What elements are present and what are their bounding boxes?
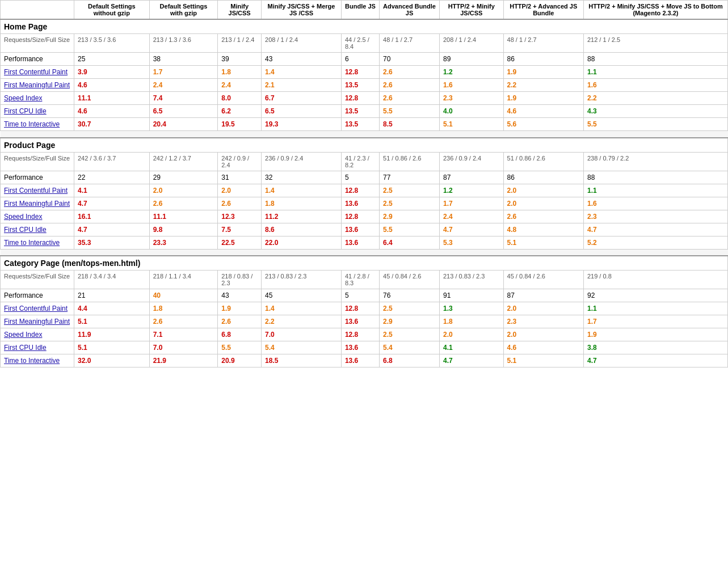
metric-value: 11.9 bbox=[74, 328, 150, 341]
metric-value: 2.6 bbox=[149, 315, 218, 328]
metric-value: 2.5 bbox=[380, 184, 440, 197]
requests-value: 212 / 1 / 2.5 bbox=[583, 34, 727, 53]
metric-label[interactable]: Time to Interactive bbox=[1, 354, 74, 367]
metric-value: 4.7 bbox=[439, 223, 503, 236]
metric-row: First CPU Idle4.66.56.26.513.55.54.04.64… bbox=[1, 105, 728, 118]
metric-label[interactable]: First CPU Idle bbox=[1, 105, 74, 118]
metric-label[interactable]: Time to Interactive bbox=[1, 118, 74, 131]
metric-row: First Meaningful Paint4.72.62.61.813.62.… bbox=[1, 197, 728, 210]
metric-value: 9.8 bbox=[149, 223, 218, 236]
metric-value: 4.6 bbox=[503, 341, 583, 354]
metric-value: 4.7 bbox=[74, 223, 150, 236]
metric-value: 2.6 bbox=[218, 197, 262, 210]
metric-value: 4.1 bbox=[74, 184, 150, 197]
metric-label[interactable]: First Contentful Paint bbox=[1, 66, 74, 79]
metric-value: 12.8 bbox=[341, 66, 379, 79]
metric-row: First Contentful Paint4.12.02.01.412.82.… bbox=[1, 184, 728, 197]
metric-value: 1.6 bbox=[583, 197, 727, 210]
metric-value: 5.2 bbox=[583, 236, 727, 249]
requests-value: 213 / 0.83 / 2.3 bbox=[439, 271, 503, 289]
metric-value: 2.0 bbox=[503, 197, 583, 210]
requests-row: Requests/Size/Full Size213 / 3.5 / 3.621… bbox=[1, 34, 728, 53]
metric-value: 1.7 bbox=[149, 66, 218, 79]
metric-label[interactable]: Speed Index bbox=[1, 92, 74, 105]
metric-label[interactable]: First CPU Idle bbox=[1, 341, 74, 354]
requests-label: Requests/Size/Full Size bbox=[1, 152, 74, 171]
metric-value: 13.5 bbox=[341, 105, 379, 118]
metric-value: 2.0 bbox=[149, 184, 218, 197]
requests-value: 236 / 0.9 / 2.4 bbox=[262, 152, 342, 171]
requests-value: 213 / 1.3 / 3.6 bbox=[149, 34, 218, 53]
metric-value: 2.9 bbox=[380, 315, 440, 328]
metric-value: 1.4 bbox=[262, 302, 342, 315]
col-header-4: Minify JS/CSS + Merge JS /CSS bbox=[262, 1, 342, 20]
metric-value: 2.2 bbox=[503, 79, 583, 92]
col-header-3: Minify JS/CSS bbox=[218, 1, 262, 20]
metric-value: 1.2 bbox=[439, 184, 503, 197]
metric-value: 3.9 bbox=[74, 66, 150, 79]
metric-value: 5.4 bbox=[262, 341, 342, 354]
performance-value: 77 bbox=[380, 171, 440, 184]
metric-value: 5.4 bbox=[380, 341, 440, 354]
metric-value: 4.7 bbox=[439, 354, 503, 367]
col-header-page bbox=[1, 1, 74, 20]
metric-value: 8.6 bbox=[262, 223, 342, 236]
requests-value: 45 / 0.84 / 2.6 bbox=[503, 271, 583, 289]
metric-row: Time to Interactive35.323.322.522.013.66… bbox=[1, 236, 728, 249]
metric-value: 4.6 bbox=[74, 79, 150, 92]
metric-value: 2.0 bbox=[503, 184, 583, 197]
metric-value: 2.6 bbox=[503, 210, 583, 223]
metric-value: 2.1 bbox=[262, 79, 342, 92]
col-header-1: Default Settings without gzip bbox=[74, 1, 150, 20]
requests-value: 242 / 0.9 / 2.4 bbox=[218, 152, 262, 171]
col-header-8: HTTP/2 + Advanced JS Bundle bbox=[503, 1, 583, 20]
performance-value: 88 bbox=[583, 171, 727, 184]
metric-value: 2.5 bbox=[380, 328, 440, 341]
requests-value: 218 / 0.83 / 2.3 bbox=[218, 271, 262, 289]
metric-value: 16.1 bbox=[74, 210, 150, 223]
section-name: Product Page bbox=[1, 138, 728, 153]
performance-value: 29 bbox=[149, 171, 218, 184]
requests-value: 208 / 1 / 2.4 bbox=[439, 34, 503, 53]
metric-row: Speed Index11.17.48.06.712.82.62.31.92.2 bbox=[1, 92, 728, 105]
requests-value: 208 / 1 / 2.4 bbox=[262, 34, 342, 53]
metric-label[interactable]: First Meaningful Paint bbox=[1, 197, 74, 210]
metric-value: 8.0 bbox=[218, 92, 262, 105]
metric-label[interactable]: First CPU Idle bbox=[1, 223, 74, 236]
metric-value: 2.5 bbox=[380, 302, 440, 315]
metric-label[interactable]: First Meaningful Paint bbox=[1, 315, 74, 328]
metric-value: 35.3 bbox=[74, 236, 150, 249]
metric-value: 7.0 bbox=[149, 341, 218, 354]
metric-value: 1.4 bbox=[262, 66, 342, 79]
metric-label[interactable]: Speed Index bbox=[1, 328, 74, 341]
metric-value: 1.4 bbox=[262, 184, 342, 197]
metric-value: 19.5 bbox=[218, 118, 262, 131]
metric-value: 4.7 bbox=[74, 197, 150, 210]
metric-value: 5.1 bbox=[503, 236, 583, 249]
performance-value: 86 bbox=[503, 53, 583, 66]
requests-value: 236 / 0.9 / 2.4 bbox=[439, 152, 503, 171]
metric-value: 19.3 bbox=[262, 118, 342, 131]
metric-value: 5.5 bbox=[380, 223, 440, 236]
metric-value: 22.5 bbox=[218, 236, 262, 249]
section-name: Category Page (men/tops-men.html) bbox=[1, 256, 728, 271]
metric-label[interactable]: First Contentful Paint bbox=[1, 302, 74, 315]
performance-value: 22 bbox=[74, 171, 150, 184]
metric-label[interactable]: First Meaningful Paint bbox=[1, 79, 74, 92]
performance-value: 70 bbox=[380, 53, 440, 66]
metric-value: 6.8 bbox=[218, 328, 262, 341]
metric-value: 13.6 bbox=[341, 197, 379, 210]
requests-value: 219 / 0.8 bbox=[583, 271, 727, 289]
metric-label[interactable]: First Contentful Paint bbox=[1, 184, 74, 197]
metric-value: 11.2 bbox=[262, 210, 342, 223]
metric-row: First CPU Idle4.79.87.58.613.65.54.74.84… bbox=[1, 223, 728, 236]
metric-label[interactable]: Time to Interactive bbox=[1, 236, 74, 249]
metric-value: 2.6 bbox=[149, 197, 218, 210]
metric-value: 1.8 bbox=[439, 315, 503, 328]
requests-value: 51 / 0.86 / 2.6 bbox=[380, 152, 440, 171]
metric-value: 4.3 bbox=[583, 105, 727, 118]
performance-value: 43 bbox=[218, 289, 262, 302]
metric-label[interactable]: Speed Index bbox=[1, 210, 74, 223]
metric-value: 5.1 bbox=[503, 354, 583, 367]
metric-value: 5.1 bbox=[439, 118, 503, 131]
